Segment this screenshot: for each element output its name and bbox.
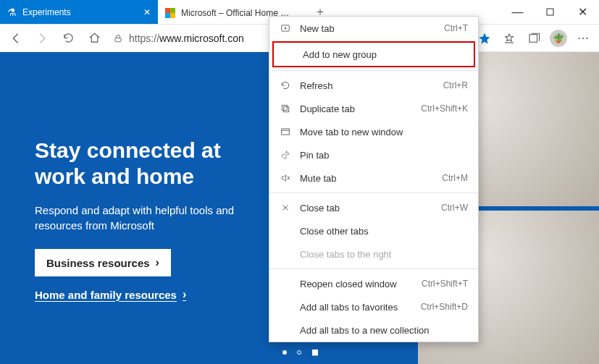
home-button[interactable] (83, 27, 106, 50)
window-controls: — ✕ (501, 0, 599, 24)
new-window-icon (280, 126, 291, 137)
hero-subtitle: Respond and adapt with helpful tools and… (35, 203, 274, 233)
tab-context-menu: New tab Ctrl+T Add to new group Refresh … (269, 16, 479, 342)
svg-rect-0 (547, 9, 553, 15)
microsoft-logo-icon (165, 8, 175, 18)
svg-rect-6 (282, 129, 290, 135)
tab-experiments[interactable]: ⚗ Experiments ✕ (0, 0, 158, 24)
hero-title: Stay connected at work and home (35, 137, 274, 190)
close-icon[interactable]: ✕ (143, 7, 151, 17)
home-family-resources-link[interactable]: Home and family resources (35, 288, 186, 301)
tab-label: Experiments (22, 7, 71, 17)
ctx-pin-tab[interactable]: Pin tab (269, 143, 478, 166)
ctx-add-all-to-favorites[interactable]: Add all tabs to favorites Ctrl+Shift+D (269, 295, 478, 318)
pause-icon[interactable]: ▮▮ (311, 347, 317, 357)
duplicate-icon (280, 103, 291, 114)
carousel-dot-active[interactable] (282, 350, 287, 355)
favorites-list-icon[interactable] (498, 27, 521, 50)
ctx-new-tab[interactable]: New tab Ctrl+T (269, 17, 478, 40)
lock-icon (113, 33, 123, 43)
collections-icon[interactable] (522, 27, 545, 50)
business-resources-button[interactable]: Business resources (35, 249, 171, 276)
separator (269, 192, 478, 193)
flask-icon: ⚗ (7, 7, 17, 18)
forward-button[interactable] (30, 27, 54, 50)
carousel-controls[interactable]: ▮▮ (282, 347, 317, 357)
minimize-button[interactable]: — (501, 0, 534, 24)
ctx-move-to-new-window[interactable]: Move tab to new window (269, 120, 478, 143)
close-window-button[interactable]: ✕ (566, 0, 599, 24)
new-tab-icon (280, 22, 291, 34)
mute-icon (280, 172, 291, 184)
carousel-dot[interactable] (297, 350, 301, 355)
link-label: Home and family resources (35, 289, 177, 301)
svg-rect-5 (284, 107, 289, 112)
ctx-refresh[interactable]: Refresh Ctrl+R (269, 74, 478, 97)
ctx-close-tabs-right: Close tabs to the right (269, 242, 478, 266)
ctx-add-all-to-collection[interactable]: Add all tabs to a new collection (269, 318, 478, 342)
ctx-close-tab[interactable]: Close tab Ctrl+W (269, 196, 478, 219)
refresh-button[interactable] (56, 27, 80, 50)
maximize-button[interactable] (534, 0, 566, 24)
more-menu-button[interactable]: ⋯ (571, 27, 595, 50)
ctx-reopen-closed-window[interactable]: Reopen closed window Ctrl+Shift+T (269, 272, 478, 295)
separator (269, 70, 478, 71)
button-label: Business resources (46, 257, 150, 269)
chevron-right-icon (156, 256, 159, 269)
ctx-close-other-tabs[interactable]: Close other tabs (269, 219, 478, 242)
svg-rect-2 (529, 34, 537, 42)
hero-section: Stay connected at work and home Respond … (35, 137, 274, 302)
highlight-box: Add to new group (272, 41, 475, 67)
url-text: https://www.microsoft.con (129, 33, 244, 44)
svg-rect-1 (115, 38, 121, 41)
back-button[interactable] (4, 27, 28, 50)
chevron-right-icon (183, 288, 186, 301)
separator (269, 268, 478, 269)
close-icon (280, 202, 291, 213)
pin-icon (280, 149, 291, 161)
ctx-mute-tab[interactable]: Mute tab Ctrl+M (269, 166, 478, 190)
refresh-icon (280, 80, 291, 91)
ctx-duplicate-tab[interactable]: Duplicate tab Ctrl+Shift+K (269, 97, 478, 120)
ctx-add-to-new-group[interactable]: Add to new group (274, 43, 474, 66)
profile-avatar[interactable]: 🪴 (547, 27, 570, 50)
svg-rect-4 (282, 105, 287, 110)
